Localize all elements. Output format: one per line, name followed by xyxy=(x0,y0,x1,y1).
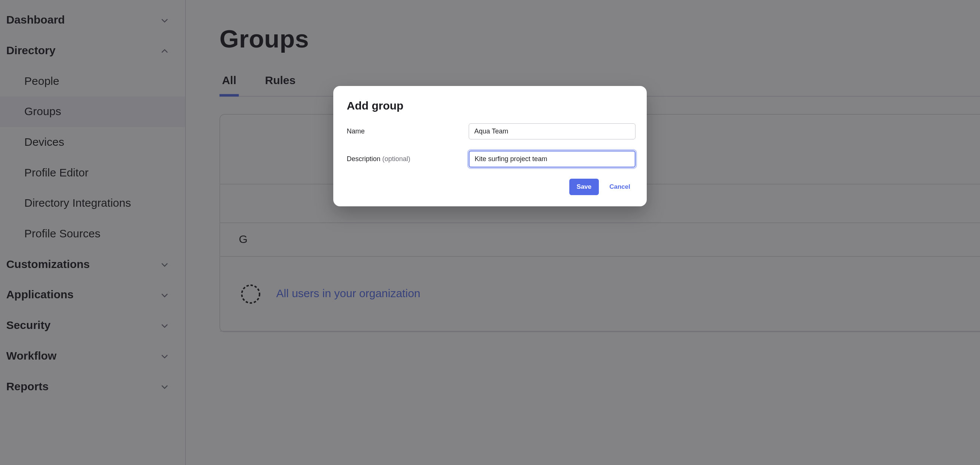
optional-hint: (optional) xyxy=(382,155,410,163)
description-input[interactable] xyxy=(469,151,635,167)
modal-overlay[interactable]: Add group Name Description (optional) Sa… xyxy=(0,0,980,465)
cancel-button[interactable]: Cancel xyxy=(609,183,630,190)
add-group-modal: Add group Name Description (optional) Sa… xyxy=(333,86,647,206)
save-button[interactable]: Save xyxy=(569,179,599,195)
modal-title: Add group xyxy=(345,100,635,112)
name-label: Name xyxy=(347,127,469,135)
description-label: Description (optional) xyxy=(347,155,469,163)
name-input[interactable] xyxy=(469,123,635,140)
